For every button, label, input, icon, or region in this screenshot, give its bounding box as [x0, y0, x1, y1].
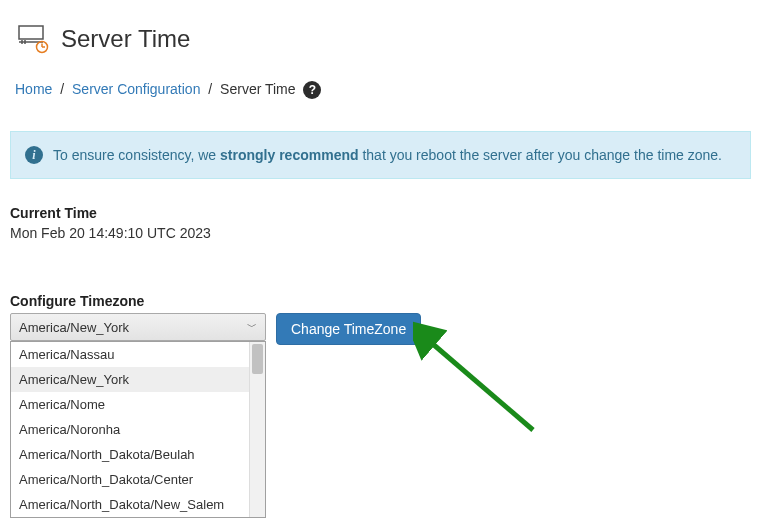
breadcrumb-separator: / — [60, 81, 64, 97]
svg-rect-0 — [19, 26, 43, 39]
scrollbar-thumb[interactable] — [252, 344, 263, 374]
timezone-select-wrap: America/New_York ﹀ America/Nassau Americ… — [10, 313, 266, 341]
breadcrumb: Home / Server Configuration / Server Tim… — [0, 73, 761, 107]
configure-section: Configure Timezone America/New_York ﹀ Am… — [0, 287, 761, 351]
info-text: To ensure consistency, we strongly recom… — [53, 147, 722, 163]
breadcrumb-current: Server Time — [220, 81, 295, 97]
timezone-option[interactable]: America/Noronha — [11, 417, 265, 442]
current-time-value: Mon Feb 20 14:49:10 UTC 2023 — [10, 225, 751, 241]
info-alert: i To ensure consistency, we strongly rec… — [10, 131, 751, 179]
current-time-label: Current Time — [10, 205, 751, 221]
timezone-selected-value: America/New_York — [19, 320, 129, 335]
timezone-option[interactable]: America/North_Dakota/Center — [11, 467, 265, 492]
timezone-option[interactable]: America/Nassau — [11, 342, 265, 367]
breadcrumb-server-config[interactable]: Server Configuration — [72, 81, 200, 97]
breadcrumb-home[interactable]: Home — [15, 81, 52, 97]
timezone-select[interactable]: America/New_York ﹀ — [10, 313, 266, 341]
timezone-option[interactable]: America/Nome — [11, 392, 265, 417]
scrollbar[interactable] — [249, 342, 265, 517]
info-emphasis: strongly recommend — [220, 147, 358, 163]
page-title: Server Time — [61, 25, 190, 53]
current-time-section: Current Time Mon Feb 20 14:49:10 UTC 202… — [0, 199, 761, 247]
chevron-down-icon: ﹀ — [247, 320, 257, 334]
server-time-icon — [15, 20, 49, 58]
info-prefix: To ensure consistency, we — [53, 147, 220, 163]
timezone-option[interactable]: America/New_York — [11, 367, 265, 392]
breadcrumb-separator: / — [208, 81, 212, 97]
page-header: Server Time — [0, 0, 761, 73]
timezone-option[interactable]: America/North_Dakota/Beulah — [11, 442, 265, 467]
help-icon[interactable]: ? — [303, 81, 321, 99]
configure-label: Configure Timezone — [10, 293, 751, 309]
timezone-option[interactable]: America/North_Dakota/New_Salem — [11, 492, 265, 517]
timezone-dropdown: America/Nassau America/New_York America/… — [10, 341, 266, 518]
info-icon: i — [25, 146, 43, 164]
svg-line-8 — [427, 339, 533, 430]
info-suffix: that you reboot the server after you cha… — [359, 147, 722, 163]
change-timezone-button[interactable]: Change TimeZone — [276, 313, 421, 345]
